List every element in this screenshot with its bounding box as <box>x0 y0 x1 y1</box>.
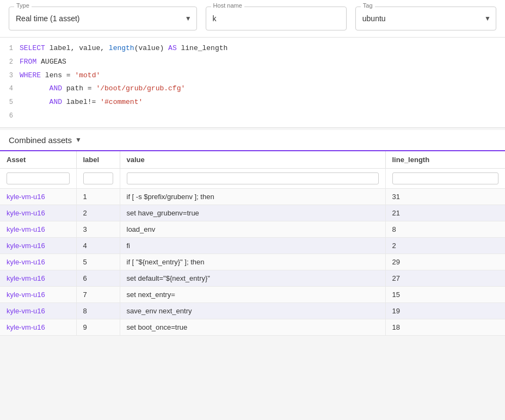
col-header-asset: Asset <box>0 151 76 169</box>
cell-value: fi <box>120 237 385 254</box>
asset-link[interactable]: kyle-vm-u16 <box>7 209 45 217</box>
cell-line-length: 21 <box>385 205 505 221</box>
cell-value: if [ "${next_entry}" ]; then <box>120 254 385 270</box>
type-filter-label: Type <box>14 2 32 9</box>
asset-link[interactable]: kyle-vm-u16 <box>7 323 45 331</box>
sql-line-6: 6 <box>0 109 505 123</box>
cell-line-length: 8 <box>385 221 505 237</box>
filter-input-line-length[interactable] <box>392 172 499 184</box>
cell-label: 8 <box>76 302 120 319</box>
filter-cell-asset <box>0 168 76 188</box>
asset-link[interactable]: kyle-vm-u16 <box>7 291 45 299</box>
type-filter-select[interactable]: Real time (1 asset) <box>9 7 197 30</box>
filter-input-asset[interactable] <box>7 172 70 184</box>
cell-line-length: 15 <box>385 286 505 302</box>
sql-line-5: 5 AND label!= '#comment' <box>0 96 505 109</box>
results-header: Combined assets ▼ <box>0 130 505 151</box>
filter-cell-label <box>76 168 120 188</box>
asset-link[interactable]: kyle-vm-u16 <box>7 193 45 201</box>
tag-filter-select[interactable]: ubuntu <box>355 7 496 30</box>
cell-line-length: 27 <box>385 270 505 286</box>
cell-value: if [ -s $prefix/grubenv ]; then <box>120 188 385 205</box>
asset-link[interactable]: kyle-vm-u16 <box>7 307 45 315</box>
cell-line-length: 19 <box>385 302 505 319</box>
filter-cell-value <box>120 168 385 188</box>
cell-asset: kyle-vm-u16 <box>0 270 76 286</box>
sql-line-content-4: AND path = '/boot/grub/grub.cfg' <box>20 83 505 95</box>
line-number-1: 1 <box>0 44 20 54</box>
cell-line-length: 18 <box>385 319 505 335</box>
cell-label: 6 <box>76 270 120 286</box>
sql-line-content-1: SELECT label, value, length(value) AS li… <box>20 43 505 54</box>
cell-label: 5 <box>76 254 120 270</box>
cell-asset: kyle-vm-u16 <box>0 237 76 254</box>
cell-line-length: 31 <box>385 188 505 205</box>
table-row: kyle-vm-u165if [ "${next_entry}" ]; then… <box>0 254 505 270</box>
sql-line-2: 2 FROM AUGEAS <box>0 55 505 69</box>
line-number-3: 3 <box>0 71 20 81</box>
filter-bar: Type Real time (1 asset) ▼ Host name Tag… <box>0 0 505 38</box>
results-dropdown-icon[interactable]: ▼ <box>75 136 82 144</box>
results-table: Asset label value line_length kyle-vm-u1… <box>0 151 505 336</box>
hostname-filter-label: Host name <box>211 2 244 9</box>
cell-asset: kyle-vm-u16 <box>0 188 76 205</box>
table-row: kyle-vm-u164fi2 <box>0 237 505 254</box>
results-title: Combined assets <box>9 135 72 145</box>
line-number-5: 5 <box>0 97 20 108</box>
hostname-filter-input[interactable] <box>206 7 347 30</box>
table-row: kyle-vm-u167set next_entry=15 <box>0 286 505 302</box>
cell-label: 4 <box>76 237 120 254</box>
cell-asset: kyle-vm-u16 <box>0 286 76 302</box>
cell-asset: kyle-vm-u16 <box>0 302 76 319</box>
hostname-filter-group: Host name <box>206 7 347 30</box>
cell-value: set boot_once=true <box>120 319 385 335</box>
table-row: kyle-vm-u168save_env next_entry19 <box>0 302 505 319</box>
cell-asset: kyle-vm-u16 <box>0 205 76 221</box>
asset-link[interactable]: kyle-vm-u16 <box>7 242 45 250</box>
col-header-value: value <box>120 151 385 169</box>
filter-cell-line-length <box>385 168 505 188</box>
line-number-4: 4 <box>0 84 20 94</box>
cell-value: set have_grubenv=true <box>120 205 385 221</box>
sql-editor: 1 SELECT label, value, length(value) AS … <box>0 38 505 128</box>
results-table-body: kyle-vm-u161if [ -s $prefix/grubenv ]; t… <box>0 188 505 335</box>
cell-asset: kyle-vm-u16 <box>0 319 76 335</box>
table-filter-row <box>0 168 505 188</box>
table-row: kyle-vm-u166set default="${next_entry}"2… <box>0 270 505 286</box>
table-row: kyle-vm-u169set boot_once=true18 <box>0 319 505 335</box>
sql-line-content-3: WHERE lens = 'motd' <box>20 70 505 82</box>
table-header-row: Asset label value line_length <box>0 151 505 169</box>
asset-link[interactable]: kyle-vm-u16 <box>7 258 45 266</box>
col-header-label: label <box>76 151 120 169</box>
results-section: Combined assets ▼ Asset label value line… <box>0 130 505 336</box>
cell-value: save_env next_entry <box>120 302 385 319</box>
cell-label: 2 <box>76 205 120 221</box>
asset-link[interactable]: kyle-vm-u16 <box>7 225 45 233</box>
cell-label: 3 <box>76 221 120 237</box>
sql-line-1: 1 SELECT label, value, length(value) AS … <box>0 42 505 55</box>
sql-line-4: 4 AND path = '/boot/grub/grub.cfg' <box>0 82 505 96</box>
cell-line-length: 2 <box>385 237 505 254</box>
tag-filter-group: Tag ubuntu ▼ <box>355 7 496 30</box>
filter-input-value[interactable] <box>127 172 379 184</box>
sql-line-3: 3 WHERE lens = 'motd' <box>0 69 505 83</box>
cell-value: set next_entry= <box>120 286 385 302</box>
col-header-line-length: line_length <box>385 151 505 169</box>
sql-line-content-6 <box>20 110 505 122</box>
table-row: kyle-vm-u162set have_grubenv=true21 <box>0 205 505 221</box>
sql-line-content-2: FROM AUGEAS <box>20 57 505 68</box>
tag-filter-label: Tag <box>361 2 375 9</box>
cell-label: 7 <box>76 286 120 302</box>
table-row: kyle-vm-u163load_env8 <box>0 221 505 237</box>
table-row: kyle-vm-u161if [ -s $prefix/grubenv ]; t… <box>0 188 505 205</box>
cell-line-length: 29 <box>385 254 505 270</box>
cell-asset: kyle-vm-u16 <box>0 254 76 270</box>
type-filter-group: Type Real time (1 asset) ▼ <box>9 7 197 30</box>
filter-input-label[interactable] <box>83 172 113 184</box>
cell-asset: kyle-vm-u16 <box>0 221 76 237</box>
line-number-2: 2 <box>0 57 20 67</box>
cell-value: load_env <box>120 221 385 237</box>
cell-label: 9 <box>76 319 120 335</box>
cell-value: set default="${next_entry}" <box>120 270 385 286</box>
asset-link[interactable]: kyle-vm-u16 <box>7 274 45 282</box>
